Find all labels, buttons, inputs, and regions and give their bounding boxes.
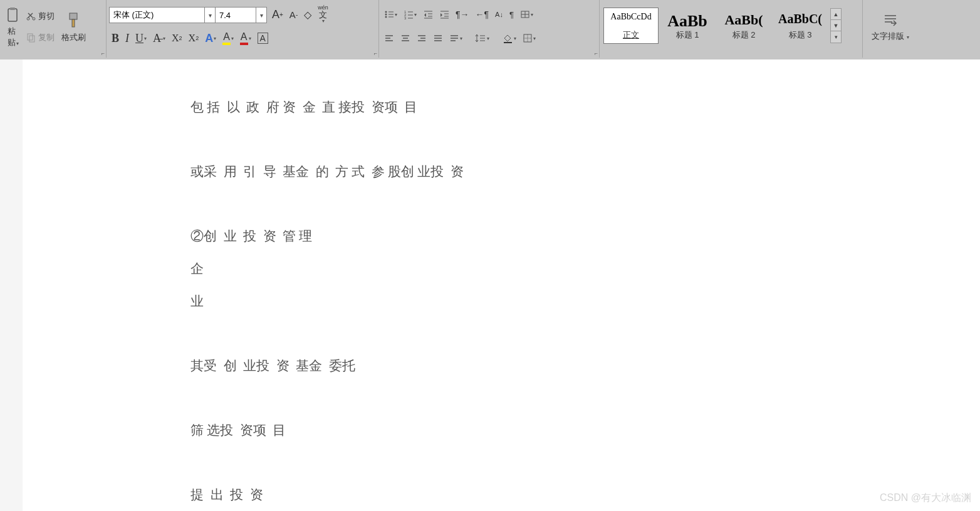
- font-size-value[interactable]: 7.4: [215, 8, 256, 23]
- underline-icon: U: [135, 32, 143, 45]
- styles-expand-button[interactable]: ▾: [831, 31, 841, 43]
- copy-icon: [26, 33, 36, 43]
- char-border-button[interactable]: A: [255, 28, 271, 48]
- shading-button[interactable]: ▾: [499, 28, 519, 48]
- paragraph-group: ▾ 123▾ ¶→ ←¶ A↓ ¶ ▾ ▾ ▾ ▾ ▾: [379, 0, 600, 58]
- style-标题3[interactable]: AaBbC(标题 3: [773, 8, 828, 44]
- align-right-button[interactable]: [414, 28, 429, 48]
- svg-rect-6: [70, 13, 77, 19]
- ribbon-row: 粘贴▾ 剪切 复制 格式刷 ⌐: [0, 0, 980, 58]
- style-label: 标题 3: [789, 29, 812, 41]
- chevron-down-icon[interactable]: ▾: [205, 12, 215, 19]
- svg-rect-1: [10, 8, 15, 10]
- sub-2: 2: [195, 35, 199, 41]
- scroll-down-button[interactable]: ▼: [831, 20, 841, 31]
- style-preview: AaBbC(: [774, 12, 826, 26]
- show-marks-button[interactable]: ¶: [507, 4, 516, 24]
- chevron-down-icon[interactable]: ▾: [256, 12, 266, 19]
- svg-point-8: [385, 11, 387, 13]
- document-canvas[interactable]: 包 括 以 政 府 资 金 直 接投 资项 目或采 用 引 导 基金 的 方 式…: [23, 59, 980, 511]
- doc-line: 包 括 以 政 府 资 金 直 接投 资项 目: [190, 98, 980, 116]
- brush-icon: [66, 12, 81, 29]
- phonetic-guide-button[interactable]: wén文▾: [315, 4, 331, 24]
- dec-indent-icon: [423, 9, 433, 19]
- doc-line: 或采 用 引 导 基金 的 方 式 参 股创 业投 资: [190, 163, 980, 180]
- increase-indent-button[interactable]: [437, 4, 452, 24]
- text-direction-ltr-button[interactable]: ¶→: [453, 4, 472, 24]
- scissors-icon: [26, 11, 36, 21]
- style-标题2[interactable]: AaBb(标题 2: [716, 8, 771, 44]
- align-center-button[interactable]: [398, 28, 413, 48]
- bold-button[interactable]: B: [109, 28, 122, 48]
- font-name-combo[interactable]: 宋体 (正文) ▾ 7.4 ▾: [109, 7, 267, 23]
- sub-x-icon: X: [189, 33, 196, 44]
- ribbon: 粘贴▾ 剪切 复制 格式刷 ⌐: [0, 0, 980, 59]
- shrink-font-button[interactable]: A-: [287, 4, 300, 24]
- numbering-button[interactable]: 123▾: [401, 4, 419, 24]
- copy-label: 复制: [38, 32, 55, 43]
- styles-group: AaBbCcDd正文AaBb标题 1AaBb(标题 2AaBbC(标题 3 ▲ …: [600, 0, 863, 58]
- line-spacing-button[interactable]: ▾: [472, 28, 492, 48]
- highlight-button[interactable]: A▾: [220, 28, 236, 48]
- align-left-button[interactable]: [382, 28, 397, 48]
- sup-2: 2: [179, 35, 182, 41]
- text-direction-rtl-button[interactable]: ←¶: [473, 4, 492, 24]
- format-painter-label: 格式刷: [61, 32, 86, 43]
- decrease-indent-button[interactable]: [420, 4, 435, 24]
- style-preview: AaBbCcDd: [605, 12, 657, 22]
- doc-line: ②创 业 投 资 管 理: [190, 227, 980, 245]
- font-color-button[interactable]: A▾: [237, 28, 254, 48]
- align-left-icon: [384, 33, 394, 43]
- style-label: 标题 2: [732, 29, 756, 41]
- bold-icon: B: [112, 32, 119, 45]
- svg-rect-7: [72, 19, 75, 27]
- paste-button[interactable]: 粘贴▾: [3, 3, 24, 53]
- superscript-button[interactable]: X2: [169, 28, 185, 48]
- shrink-a-icon: A: [289, 9, 296, 20]
- svg-point-2: [27, 18, 29, 20]
- cut-label: 剪切: [38, 11, 55, 22]
- svg-point-10: [385, 14, 387, 16]
- doc-line: 企: [190, 260, 980, 277]
- border-icon: [523, 33, 533, 43]
- watermark: CSDN @有大冰临渊: [880, 492, 971, 505]
- style-正文[interactable]: AaBbCcDd正文: [603, 8, 659, 44]
- strikethrough-button[interactable]: A—▾: [150, 28, 168, 48]
- style-标题1[interactable]: AaBb标题 1: [660, 8, 715, 44]
- tabs-button[interactable]: ▾: [518, 4, 536, 24]
- doc-line: 业: [190, 292, 980, 310]
- scroll-up-button[interactable]: ▲: [831, 9, 841, 20]
- italic-icon: I: [125, 32, 129, 45]
- clear-format-button[interactable]: ◇: [301, 4, 314, 24]
- subscript-button[interactable]: X2: [186, 28, 202, 48]
- text-typeset-button[interactable]: 文字排版 ▾: [865, 3, 915, 51]
- doc-line: 其受 创 业投 资 基金 委托: [190, 357, 980, 374]
- justify-icon: [433, 33, 443, 43]
- align-right-icon: [417, 33, 427, 43]
- typeset-group: 文字排版 ▾: [863, 0, 919, 58]
- borders-button[interactable]: ▾: [520, 28, 538, 48]
- group-expand-icon[interactable]: ⌐: [374, 50, 377, 56]
- clipboard-group: 粘贴▾ 剪切 复制 格式刷 ⌐: [0, 0, 107, 58]
- bullets-button[interactable]: ▾: [382, 4, 400, 24]
- format-painter-button[interactable]: 格式刷: [57, 3, 90, 53]
- paste-label-1: 粘: [8, 26, 16, 36]
- underline-button[interactable]: U▾: [133, 28, 149, 48]
- svg-point-3: [33, 18, 35, 20]
- doc-line: 提 出 投 资: [190, 486, 980, 503]
- copy-button[interactable]: 复制: [24, 28, 57, 48]
- distribute-button[interactable]: ▾: [447, 28, 465, 48]
- styles-row: AaBbCcDd正文AaBb标题 1AaBb(标题 2AaBbC(标题 3 ▲ …: [603, 8, 858, 44]
- group-expand-icon[interactable]: ⌐: [595, 50, 598, 56]
- font-name-value: 宋体 (正文): [110, 8, 205, 23]
- group-expand-icon[interactable]: ⌐: [102, 50, 105, 56]
- text-effects-button[interactable]: A▾: [202, 28, 219, 48]
- justify-button[interactable]: [430, 28, 446, 48]
- typeset-label: 文字排版: [872, 31, 904, 41]
- grow-font-button[interactable]: A+: [269, 4, 286, 24]
- style-label: 正文: [623, 29, 639, 41]
- svg-rect-49: [504, 42, 512, 43]
- cut-button[interactable]: 剪切: [24, 6, 57, 26]
- italic-button[interactable]: I: [123, 28, 132, 48]
- sort-button[interactable]: A↓: [493, 4, 506, 24]
